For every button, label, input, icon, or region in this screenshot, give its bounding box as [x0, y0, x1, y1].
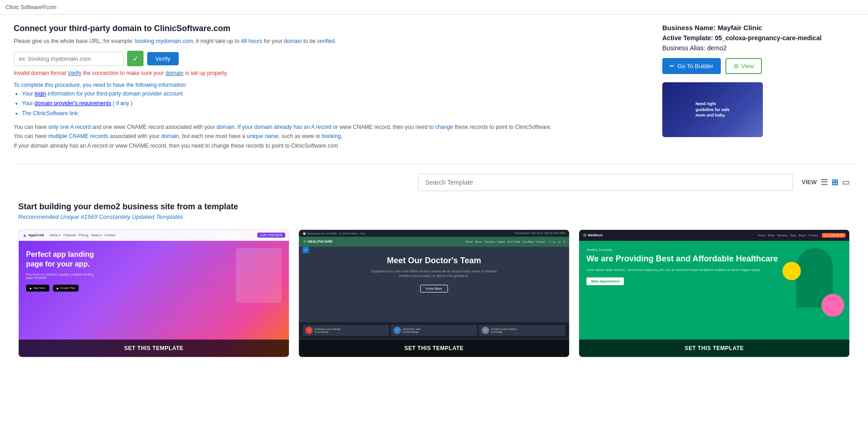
view-toggle: VIEW ☰ ⊞ ▭	[802, 177, 850, 187]
t3-figure	[787, 248, 842, 321]
t2-header-right: ? Questions? Call Us At +0(271) 752 9639	[514, 232, 565, 235]
business-name: Business Name: Mayfair Clinic	[662, 24, 854, 32]
view-label: VIEW	[802, 179, 817, 186]
search-view-section: VIEW ☰ ⊞ ▭	[14, 174, 854, 191]
t3-tag: Healthy, Everyday.	[586, 248, 782, 251]
template-card-2: ⏰ Opening Hours: 9:00 AM - 11:00 Pm (Mon…	[298, 229, 570, 357]
t2-subtitle: Suspendisse eu sem tortor Etiam rhoncus …	[366, 269, 503, 279]
domain-section: Connect your third-party domain to Clini…	[14, 24, 854, 150]
list-view-icon[interactable]: ☰	[820, 177, 828, 187]
t3-appointment-btn[interactable]: Make Appointment	[586, 277, 624, 285]
template-card-3: ⊕ Medtech Home About Services Team Blog …	[579, 229, 850, 357]
info-item: Your login information for your third-pa…	[22, 90, 649, 98]
t1-cta-btn: LIVE PREVIEW	[257, 233, 285, 238]
domain-input[interactable]	[14, 52, 123, 66]
set-template-button-3[interactable]: SET THIS TEMPLATE	[579, 340, 849, 357]
main-content: Connect your third-party domain to Clini…	[0, 15, 868, 367]
business-info: Business Name: Mayfair Clinic Active Tem…	[662, 24, 854, 137]
domain-input-row: ✓ Verify	[14, 51, 649, 66]
t3-subtitle: Lorem ipsum dolor sit amet, consectetur …	[586, 268, 782, 273]
verify-button[interactable]: Verify	[147, 52, 179, 65]
t2-footer-icon-1: +	[305, 327, 313, 334]
grid-icon: ⊞	[734, 63, 739, 69]
t2-checkbox: ✓	[303, 247, 309, 253]
t3-title: We are Providing Best and Affordable Hea…	[586, 254, 782, 264]
t2-header-left: ⏰ Opening Hours: 9:00 AM - 11:00 Pm (Mon…	[303, 232, 365, 235]
go-to-builder-button[interactable]: ✏ Go To Builder	[662, 58, 721, 74]
t1-title: Perfect app landing page for your app.	[26, 250, 99, 269]
t2-brand: ✚ HEALTHCARE	[303, 239, 333, 244]
templates-section: Start building your demo2 business site …	[14, 202, 854, 357]
t2-social: f tw g+ G	[550, 240, 565, 243]
info-section: To complete this procedure, you need to …	[14, 81, 649, 118]
t3-content: Healthy, Everyday. We are Providing Best…	[579, 241, 849, 329]
t2-footer-item-3: + Surgical and medicalOncology	[479, 325, 565, 336]
t1-brand: ▲ AppCraft	[22, 233, 44, 238]
t1-nav: ▲ AppCraft Home ▾ Features Pricing News …	[19, 230, 289, 241]
domain-left: Connect your third-party domain to Clini…	[14, 24, 649, 150]
template-card-1: ▲ AppCraft Home ▾ Features Pricing News …	[18, 229, 289, 357]
preview-text: Need rightguideline for safemom and baby…	[690, 96, 735, 124]
info-list: Your login information for your third-pa…	[22, 90, 649, 118]
t1-image-placeholder	[236, 248, 282, 303]
info-item: Your domain provider's requirements ( if…	[22, 99, 649, 108]
info-paragraphs: You can have only one A record and one w…	[14, 122, 649, 150]
t2-footer-icon-2: +	[394, 327, 401, 334]
mobile-view-icon[interactable]: ▭	[842, 177, 850, 187]
top-bar: Clinic Software®com	[0, 0, 868, 15]
t2-footer: + Diabetes and ObesityCounseling + Obste…	[299, 322, 569, 339]
t2-know-more-btn[interactable]: Know More	[420, 285, 448, 292]
template-preview: Need rightguideline for safemom and baby…	[662, 82, 763, 137]
business-alias: Business Alias: demo2	[662, 44, 854, 52]
t2-footer-item-1: + Diabetes and ObesityCounseling	[303, 325, 389, 336]
t2-footer-item-2: + Obstetrics andGyneacology	[391, 325, 477, 336]
grid-view-icon[interactable]: ⊞	[831, 177, 838, 187]
brand-logo: Clinic Software®com	[5, 4, 57, 11]
t3-brand: ⊕ Medtech	[583, 233, 602, 238]
t2-footer-text-1: Diabetes and ObesityCounseling	[314, 328, 341, 333]
divider	[14, 164, 854, 165]
search-center	[410, 174, 802, 191]
view-button[interactable]: ⊞ View	[725, 58, 762, 74]
t2-content: Meet Our Doctor's Team Suspendisse eu se…	[299, 247, 569, 302]
t2-footer-text-2: Obstetrics andGyneacology	[403, 328, 421, 333]
templates-grid: ▲ AppCraft Home ▾ Features Pricing News …	[18, 229, 850, 357]
t1-subtitle: Purchase our premium quality complete la…	[26, 273, 99, 279]
action-buttons: ✏ Go To Builder ⊞ View	[662, 58, 854, 74]
domain-title: Connect your third-party domain to Clini…	[14, 24, 649, 33]
t3-cta-btn: £ +1 234 56 78	[822, 233, 846, 238]
set-template-button-2[interactable]: SET THIS TEMPLATE	[299, 340, 569, 357]
t2-title: Meet Our Doctor's Team	[306, 256, 562, 266]
t2-footer-text-3: Surgical and medicalOncology	[491, 328, 517, 333]
preview-inner: Need rightguideline for safemom and baby…	[662, 82, 763, 137]
t1-nav-links: Home ▾ Features Pricing News ▾ Contact	[49, 234, 116, 237]
t2-nav: ✚ HEALTHCARE Home About Services Pages O…	[299, 237, 569, 247]
t3-nav-links: Home About Services Team Blog ▾ Contact	[758, 234, 818, 237]
domain-subtitle: Please give us the whole base URL, for e…	[14, 37, 649, 45]
templates-subtitle: Recommended Unique #1569 Constantely Upd…	[18, 213, 850, 220]
info-item: The ClinicSoftware link:	[22, 109, 649, 118]
t3-circle-pink	[821, 294, 844, 317]
t2-footer-icon-3: +	[482, 327, 489, 334]
set-template-button-1[interactable]: SET THIS TEMPLATE	[19, 340, 289, 357]
active-template: Active Template: 05_coloxa-pregnancy-car…	[662, 34, 854, 42]
t3-text: Healthy, Everyday. We are Providing Best…	[586, 248, 782, 321]
t3-circle-yellow	[783, 262, 801, 280]
verify-check-button[interactable]: ✓	[127, 51, 144, 66]
t3-nav: ⊕ Medtech Home About Services Team Blog …	[579, 230, 849, 241]
search-template-input[interactable]	[418, 174, 793, 191]
info-title: To complete this procedure, you need to …	[14, 81, 649, 90]
templates-title: Start building your demo2 business site …	[18, 202, 850, 212]
t2-nav-links: Home About Services Pages Our Profile Ou…	[465, 240, 545, 243]
t2-header: ⏰ Opening Hours: 9:00 AM - 11:00 Pm (Mon…	[299, 230, 569, 237]
error-message: Invalid domain format Verify the connect…	[14, 70, 649, 76]
business-panel: Business Name: Mayfair Clinic Active Tem…	[662, 24, 854, 150]
t1-appstore-btn: ▶ App Store	[26, 285, 49, 292]
t1-googleplay-btn: ▶ Google Play	[53, 285, 79, 292]
pencil-icon: ✏	[670, 63, 675, 69]
